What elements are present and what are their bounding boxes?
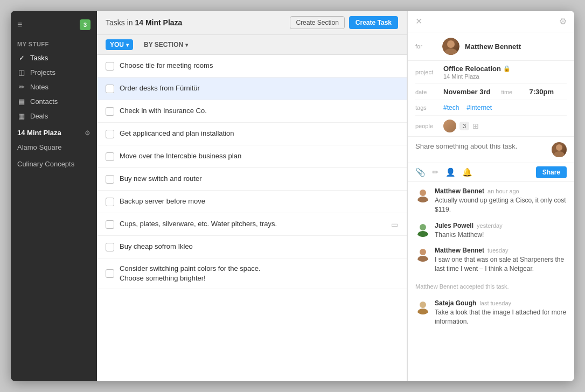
- svg-point-3: [554, 151, 565, 157]
- project-name[interactable]: Office Relocation: [443, 65, 501, 73]
- svg-point-9: [417, 256, 428, 262]
- main-header: Tasks in 14 Mint Plaza Create Section Cr…: [97, 11, 407, 35]
- deals-icon: ▦: [17, 112, 26, 120]
- sidebar-item-projects[interactable]: ◫ Projects: [11, 65, 97, 80]
- task-item[interactable]: Get applicanced and plan installation: [97, 123, 407, 145]
- close-icon[interactable]: ✕: [415, 16, 422, 26]
- comment-input[interactable]: [415, 142, 547, 150]
- workspace-gear-icon[interactable]: ⚙: [85, 129, 90, 137]
- svg-point-0: [447, 40, 455, 48]
- comment-avatar: [415, 222, 430, 237]
- by-section-label: BY SECTION: [144, 41, 183, 48]
- task-checkbox[interactable]: [106, 220, 114, 229]
- by-section-filter-button[interactable]: BY SECTION ▾: [140, 39, 192, 50]
- person-avatar[interactable]: [443, 120, 456, 132]
- sidebar-item-deals[interactable]: ▦ Deals: [11, 109, 97, 123]
- svg-point-7: [417, 231, 428, 237]
- task-item[interactable]: Backup server before move: [97, 191, 407, 213]
- task-item[interactable]: Buy new switch and router: [97, 168, 407, 191]
- task-item[interactable]: Move over the Intercable business plan: [97, 145, 407, 168]
- tags-row: tags #tech #internet: [415, 100, 567, 116]
- detail-meta: project Office Relocation 🔒 14 Mint Plaz…: [408, 61, 574, 137]
- projects-label: Projects: [30, 68, 55, 76]
- header-buttons: Create Section Create Task: [290, 16, 398, 29]
- task-checkbox[interactable]: [106, 175, 114, 184]
- task-checkbox[interactable]: [106, 85, 114, 93]
- task-checkbox[interactable]: [106, 130, 114, 138]
- project-label: project: [415, 69, 439, 75]
- comment-time: last tuesday: [479, 300, 511, 306]
- assignee-name: Matthew Bennett: [465, 43, 521, 51]
- task-text: Buy new switch and router: [120, 174, 398, 184]
- comment-avatar-svg: [415, 299, 430, 314]
- comment-avatar-svg: [415, 187, 430, 202]
- task-checkbox[interactable]: [106, 107, 114, 116]
- main-area: Tasks in 14 Mint Plaza Create Section Cr…: [97, 11, 407, 381]
- sidebar-item-contacts[interactable]: ▤ Contacts: [11, 94, 97, 109]
- pencil-icon[interactable]: ✏: [432, 167, 439, 177]
- svg-point-11: [417, 309, 428, 314]
- task-item[interactable]: Buy cheap sofrom Ikleo: [97, 236, 407, 258]
- tag2[interactable]: #internet: [466, 104, 492, 111]
- person-icon[interactable]: 👤: [445, 167, 456, 177]
- task-item[interactable]: Consider switching paint colors for the …: [97, 258, 407, 289]
- task-item[interactable]: Cups, plates, silverware, etc. Water pit…: [97, 213, 407, 236]
- you-chevron-icon: ▾: [126, 42, 129, 48]
- deals-label: Deals: [30, 112, 48, 120]
- task-text: Order desks from Fürnitür: [120, 83, 398, 93]
- task-checkbox[interactable]: [106, 62, 114, 71]
- assignee-avatar-img: [442, 38, 459, 55]
- create-task-button[interactable]: Create Task: [349, 16, 398, 29]
- tag1[interactable]: #tech: [443, 104, 459, 111]
- detail-assignee: for Matthew Bennett: [408, 32, 574, 61]
- sidebar-item-notes[interactable]: ✏ Notes: [11, 80, 97, 94]
- paperclip-icon[interactable]: 📎: [415, 167, 426, 177]
- task-checkbox[interactable]: [106, 198, 114, 206]
- task-text: Backup server before move: [120, 197, 398, 206]
- you-filter-button[interactable]: YOU ▾: [106, 39, 133, 50]
- comment-text: Actually wound up getting a Cisco, it on…: [435, 196, 567, 214]
- svg-point-6: [420, 224, 426, 230]
- comment-time: tuesday: [488, 247, 509, 254]
- comment-avatar: [415, 299, 430, 314]
- workspace-name: 14 Mint Plaza: [17, 129, 61, 137]
- svg-point-1: [444, 48, 457, 55]
- task-checkbox[interactable]: [106, 243, 114, 251]
- sidebar: ≡ 3 My Stuff ✓ Tasks ◫ Projects ✏ Notes …: [11, 11, 97, 381]
- task-text: Choose tile for meeting rooms: [120, 61, 398, 71]
- projects-icon: ◫: [17, 68, 26, 76]
- sidebar-workspace-culinary[interactable]: Culinary Concepts: [11, 156, 97, 172]
- project-value: Office Relocation 🔒 14 Mint Plaza: [443, 65, 511, 80]
- task-item[interactable]: Order desks from Fürnitür: [97, 78, 407, 100]
- task-item[interactable]: Check in with Insurance Co.: [97, 100, 407, 123]
- project-row: project Office Relocation 🔒 14 Mint Plaz…: [415, 61, 567, 84]
- create-section-button[interactable]: Create Section: [290, 16, 344, 29]
- date-value[interactable]: November 3rd: [443, 88, 490, 96]
- comment-meta: Matthew Bennet an hour ago: [435, 187, 567, 195]
- sidebar-workspace-alamo[interactable]: Alamo Square: [11, 139, 97, 156]
- bell-icon[interactable]: 🔔: [462, 167, 472, 177]
- task-text: Move over the Intercable business plan: [120, 151, 398, 161]
- notification-badge: 3: [80, 19, 90, 30]
- sidebar-item-tasks[interactable]: ✓ Tasks: [11, 51, 97, 65]
- settings-icon[interactable]: ⚙: [559, 16, 567, 26]
- task-checkbox[interactable]: [106, 152, 114, 161]
- user-avatar: [552, 142, 567, 157]
- task-item[interactable]: Choose tile for meeting rooms: [97, 55, 407, 78]
- share-button[interactable]: Share: [536, 166, 567, 178]
- people-grid-icon[interactable]: ⊞: [472, 122, 479, 130]
- date-row: date November 3rd time 7:30pm: [415, 84, 567, 100]
- task-checkbox[interactable]: [106, 269, 114, 278]
- notes-icon: ✏: [17, 83, 26, 91]
- comment-body: Matthew Bennet tuesday I saw one that wa…: [435, 247, 567, 274]
- time-value[interactable]: 7:30pm: [529, 88, 554, 96]
- contacts-label: Contacts: [30, 97, 58, 106]
- lock-icon: 🔒: [503, 65, 511, 72]
- task-attachment-icon: ▭: [391, 220, 398, 229]
- app-window: ≡ 3 My Stuff ✓ Tasks ◫ Projects ✏ Notes …: [11, 11, 574, 381]
- people-count: 3: [459, 122, 469, 130]
- comment-avatar: [415, 247, 430, 262]
- hamburger-icon[interactable]: ≡: [17, 20, 22, 30]
- people-label: people: [415, 123, 439, 129]
- tasks-label: Tasks: [30, 54, 48, 62]
